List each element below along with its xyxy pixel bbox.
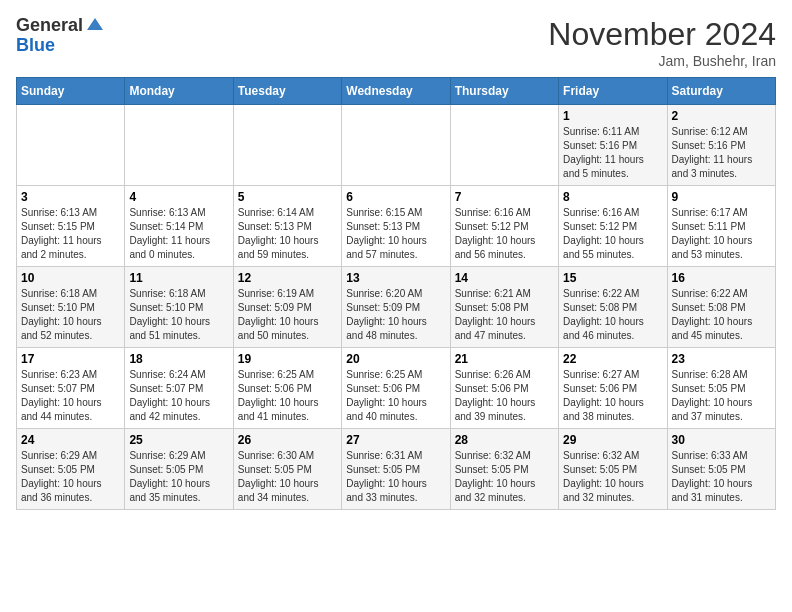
day-number: 21: [455, 352, 554, 366]
calendar-cell: 23Sunrise: 6:28 AM Sunset: 5:05 PM Dayli…: [667, 348, 775, 429]
day-info: Sunrise: 6:13 AM Sunset: 5:14 PM Dayligh…: [129, 206, 228, 262]
calendar-table: SundayMondayTuesdayWednesdayThursdayFrid…: [16, 77, 776, 510]
calendar-cell: [233, 105, 341, 186]
day-info: Sunrise: 6:27 AM Sunset: 5:06 PM Dayligh…: [563, 368, 662, 424]
day-info: Sunrise: 6:18 AM Sunset: 5:10 PM Dayligh…: [21, 287, 120, 343]
day-number: 6: [346, 190, 445, 204]
day-number: 2: [672, 109, 771, 123]
day-number: 20: [346, 352, 445, 366]
day-number: 25: [129, 433, 228, 447]
day-number: 5: [238, 190, 337, 204]
day-info: Sunrise: 6:11 AM Sunset: 5:16 PM Dayligh…: [563, 125, 662, 181]
week-row-5: 24Sunrise: 6:29 AM Sunset: 5:05 PM Dayli…: [17, 429, 776, 510]
calendar-cell: 1Sunrise: 6:11 AM Sunset: 5:16 PM Daylig…: [559, 105, 667, 186]
day-info: Sunrise: 6:12 AM Sunset: 5:16 PM Dayligh…: [672, 125, 771, 181]
day-info: Sunrise: 6:13 AM Sunset: 5:15 PM Dayligh…: [21, 206, 120, 262]
day-number: 1: [563, 109, 662, 123]
day-info: Sunrise: 6:22 AM Sunset: 5:08 PM Dayligh…: [563, 287, 662, 343]
day-number: 29: [563, 433, 662, 447]
week-row-4: 17Sunrise: 6:23 AM Sunset: 5:07 PM Dayli…: [17, 348, 776, 429]
calendar-cell: 29Sunrise: 6:32 AM Sunset: 5:05 PM Dayli…: [559, 429, 667, 510]
weekday-header-saturday: Saturday: [667, 78, 775, 105]
day-number: 9: [672, 190, 771, 204]
day-info: Sunrise: 6:25 AM Sunset: 5:06 PM Dayligh…: [238, 368, 337, 424]
calendar-cell: 9Sunrise: 6:17 AM Sunset: 5:11 PM Daylig…: [667, 186, 775, 267]
calendar-cell: 5Sunrise: 6:14 AM Sunset: 5:13 PM Daylig…: [233, 186, 341, 267]
day-number: 8: [563, 190, 662, 204]
day-number: 15: [563, 271, 662, 285]
calendar-cell: 14Sunrise: 6:21 AM Sunset: 5:08 PM Dayli…: [450, 267, 558, 348]
calendar-cell: 27Sunrise: 6:31 AM Sunset: 5:05 PM Dayli…: [342, 429, 450, 510]
month-title: November 2024: [548, 16, 776, 53]
day-number: 18: [129, 352, 228, 366]
day-number: 4: [129, 190, 228, 204]
week-row-1: 1Sunrise: 6:11 AM Sunset: 5:16 PM Daylig…: [17, 105, 776, 186]
day-info: Sunrise: 6:23 AM Sunset: 5:07 PM Dayligh…: [21, 368, 120, 424]
weekday-header-monday: Monday: [125, 78, 233, 105]
day-number: 17: [21, 352, 120, 366]
day-number: 24: [21, 433, 120, 447]
calendar-cell: 17Sunrise: 6:23 AM Sunset: 5:07 PM Dayli…: [17, 348, 125, 429]
day-info: Sunrise: 6:32 AM Sunset: 5:05 PM Dayligh…: [455, 449, 554, 505]
calendar-cell: 18Sunrise: 6:24 AM Sunset: 5:07 PM Dayli…: [125, 348, 233, 429]
logo-blue: Blue: [16, 35, 55, 55]
logo-icon: [85, 16, 105, 36]
calendar-cell: 3Sunrise: 6:13 AM Sunset: 5:15 PM Daylig…: [17, 186, 125, 267]
week-row-2: 3Sunrise: 6:13 AM Sunset: 5:15 PM Daylig…: [17, 186, 776, 267]
calendar-cell: 19Sunrise: 6:25 AM Sunset: 5:06 PM Dayli…: [233, 348, 341, 429]
calendar-cell: 16Sunrise: 6:22 AM Sunset: 5:08 PM Dayli…: [667, 267, 775, 348]
weekday-header-wednesday: Wednesday: [342, 78, 450, 105]
day-info: Sunrise: 6:14 AM Sunset: 5:13 PM Dayligh…: [238, 206, 337, 262]
day-number: 13: [346, 271, 445, 285]
day-info: Sunrise: 6:17 AM Sunset: 5:11 PM Dayligh…: [672, 206, 771, 262]
day-number: 30: [672, 433, 771, 447]
day-number: 27: [346, 433, 445, 447]
calendar-cell: 12Sunrise: 6:19 AM Sunset: 5:09 PM Dayli…: [233, 267, 341, 348]
day-number: 12: [238, 271, 337, 285]
logo: General Blue: [16, 16, 105, 56]
day-info: Sunrise: 6:31 AM Sunset: 5:05 PM Dayligh…: [346, 449, 445, 505]
day-info: Sunrise: 6:16 AM Sunset: 5:12 PM Dayligh…: [563, 206, 662, 262]
day-info: Sunrise: 6:24 AM Sunset: 5:07 PM Dayligh…: [129, 368, 228, 424]
day-number: 7: [455, 190, 554, 204]
calendar-cell: 20Sunrise: 6:25 AM Sunset: 5:06 PM Dayli…: [342, 348, 450, 429]
day-number: 19: [238, 352, 337, 366]
weekday-header-thursday: Thursday: [450, 78, 558, 105]
calendar-cell: 30Sunrise: 6:33 AM Sunset: 5:05 PM Dayli…: [667, 429, 775, 510]
day-info: Sunrise: 6:20 AM Sunset: 5:09 PM Dayligh…: [346, 287, 445, 343]
day-info: Sunrise: 6:30 AM Sunset: 5:05 PM Dayligh…: [238, 449, 337, 505]
calendar-cell: 4Sunrise: 6:13 AM Sunset: 5:14 PM Daylig…: [125, 186, 233, 267]
calendar-cell: 13Sunrise: 6:20 AM Sunset: 5:09 PM Dayli…: [342, 267, 450, 348]
calendar-cell: 26Sunrise: 6:30 AM Sunset: 5:05 PM Dayli…: [233, 429, 341, 510]
location: Jam, Bushehr, Iran: [548, 53, 776, 69]
svg-marker-0: [87, 18, 103, 30]
day-number: 3: [21, 190, 120, 204]
calendar-cell: [342, 105, 450, 186]
day-info: Sunrise: 6:28 AM Sunset: 5:05 PM Dayligh…: [672, 368, 771, 424]
calendar-cell: 10Sunrise: 6:18 AM Sunset: 5:10 PM Dayli…: [17, 267, 125, 348]
calendar-cell: 24Sunrise: 6:29 AM Sunset: 5:05 PM Dayli…: [17, 429, 125, 510]
day-info: Sunrise: 6:29 AM Sunset: 5:05 PM Dayligh…: [129, 449, 228, 505]
day-info: Sunrise: 6:32 AM Sunset: 5:05 PM Dayligh…: [563, 449, 662, 505]
calendar-cell: 28Sunrise: 6:32 AM Sunset: 5:05 PM Dayli…: [450, 429, 558, 510]
day-number: 26: [238, 433, 337, 447]
day-number: 16: [672, 271, 771, 285]
day-info: Sunrise: 6:16 AM Sunset: 5:12 PM Dayligh…: [455, 206, 554, 262]
day-number: 14: [455, 271, 554, 285]
calendar-cell: 15Sunrise: 6:22 AM Sunset: 5:08 PM Dayli…: [559, 267, 667, 348]
day-info: Sunrise: 6:15 AM Sunset: 5:13 PM Dayligh…: [346, 206, 445, 262]
calendar-cell: 22Sunrise: 6:27 AM Sunset: 5:06 PM Dayli…: [559, 348, 667, 429]
week-row-3: 10Sunrise: 6:18 AM Sunset: 5:10 PM Dayli…: [17, 267, 776, 348]
weekday-header-tuesday: Tuesday: [233, 78, 341, 105]
calendar-cell: 2Sunrise: 6:12 AM Sunset: 5:16 PM Daylig…: [667, 105, 775, 186]
day-number: 28: [455, 433, 554, 447]
page-header: General Blue November 2024 Jam, Bushehr,…: [16, 16, 776, 69]
day-number: 11: [129, 271, 228, 285]
weekday-header-row: SundayMondayTuesdayWednesdayThursdayFrid…: [17, 78, 776, 105]
calendar-cell: 8Sunrise: 6:16 AM Sunset: 5:12 PM Daylig…: [559, 186, 667, 267]
calendar-cell: 11Sunrise: 6:18 AM Sunset: 5:10 PM Dayli…: [125, 267, 233, 348]
calendar-cell: [125, 105, 233, 186]
calendar-cell: 21Sunrise: 6:26 AM Sunset: 5:06 PM Dayli…: [450, 348, 558, 429]
day-info: Sunrise: 6:29 AM Sunset: 5:05 PM Dayligh…: [21, 449, 120, 505]
day-info: Sunrise: 6:19 AM Sunset: 5:09 PM Dayligh…: [238, 287, 337, 343]
